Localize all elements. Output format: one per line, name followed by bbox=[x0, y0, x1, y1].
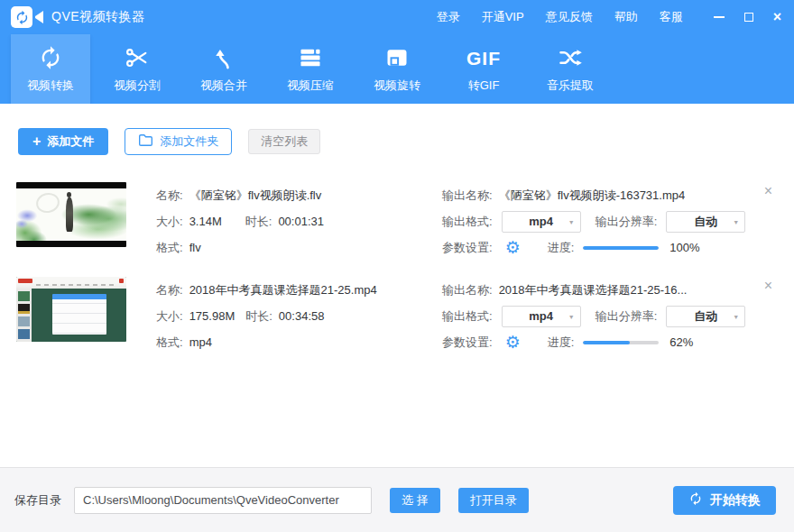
duration-label: 时长: bbox=[245, 214, 272, 230]
scissors-icon bbox=[125, 44, 150, 71]
remove-file-button[interactable]: × bbox=[764, 184, 772, 198]
file-format: flv bbox=[189, 241, 201, 254]
chevron-down-icon: ▼ bbox=[733, 218, 739, 225]
tab-label: 视频转换 bbox=[27, 78, 74, 94]
file-row: 名称: 《陋室铭》flv视频朗读.flv 大小: 3.14M 时长: 00:01… bbox=[0, 182, 794, 268]
save-dir-label: 保存目录 bbox=[14, 492, 61, 509]
progress-bar bbox=[583, 246, 659, 250]
source-info: 名称: 2018年中考真题课选择题21-25.mp4 大小: 175.98M 时… bbox=[156, 277, 411, 355]
progress-percent: 62% bbox=[669, 335, 693, 349]
add-folder-button[interactable]: 添加文件夹 bbox=[125, 128, 232, 155]
progress-fill bbox=[583, 246, 659, 250]
output-info: 输出名称: 2018年中考真题课选择题21-25-16... 输出格式: mp4… bbox=[442, 277, 776, 355]
merge-icon bbox=[211, 44, 236, 71]
gear-icon[interactable]: ⚙ bbox=[505, 334, 521, 351]
folder-icon bbox=[138, 133, 153, 150]
params-label: 参数设置: bbox=[442, 335, 493, 351]
progress-fill bbox=[583, 341, 630, 344]
name-label: 名称: bbox=[156, 282, 183, 298]
out-name-label: 输出名称: bbox=[442, 188, 493, 204]
duration-label: 时长: bbox=[245, 308, 272, 325]
maximize-button[interactable] bbox=[744, 13, 753, 22]
video-thumbnail bbox=[16, 182, 126, 247]
out-format-label: 输出格式: bbox=[442, 308, 493, 325]
progress-bar bbox=[583, 341, 659, 344]
video-camera-icon bbox=[34, 11, 44, 23]
tab-label: 视频旋转 bbox=[374, 78, 420, 94]
open-dir-button[interactable]: 打开目录 bbox=[458, 488, 529, 513]
params-label: 参数设置: bbox=[442, 240, 493, 256]
add-file-button[interactable]: + 添加文件 bbox=[18, 128, 108, 155]
tab-video-merge[interactable]: 视频合并 bbox=[184, 34, 263, 104]
out-resolution-select[interactable]: 自动 ▼ bbox=[666, 306, 745, 327]
out-res-label: 输出分辨率: bbox=[596, 308, 658, 325]
name-label: 名称: bbox=[156, 188, 183, 204]
chevron-down-icon: ▼ bbox=[733, 313, 739, 319]
choose-dir-button[interactable]: 选 择 bbox=[390, 488, 440, 513]
file-list: 名称: 《陋室铭》flv视频朗读.flv 大小: 3.14M 时长: 00:01… bbox=[0, 182, 794, 362]
tab-label: 视频压缩 bbox=[287, 78, 334, 94]
tab-video-convert[interactable]: 视频转换 bbox=[11, 34, 90, 104]
format-label: 格式: bbox=[156, 240, 183, 256]
tab-label: 视频分割 bbox=[114, 78, 161, 94]
plus-icon: + bbox=[32, 134, 41, 149]
compress-icon bbox=[298, 44, 323, 71]
file-format: mp4 bbox=[189, 335, 212, 349]
output-info: 输出名称: 《陋室铭》flv视频朗读-163731.mp4 输出格式: mp4 … bbox=[442, 182, 776, 261]
file-duration: 00:01:31 bbox=[278, 215, 324, 228]
close-button[interactable]: × bbox=[773, 10, 781, 24]
help-link[interactable]: 帮助 bbox=[614, 9, 638, 25]
tab-video-compress[interactable]: 视频压缩 bbox=[271, 34, 350, 104]
out-format-select[interactable]: mp4 ▼ bbox=[502, 306, 581, 327]
save-dir-input[interactable] bbox=[74, 487, 372, 514]
app-logo bbox=[11, 6, 44, 28]
gear-icon[interactable]: ⚙ bbox=[505, 239, 521, 256]
chevron-down-icon: ▼ bbox=[568, 313, 575, 319]
login-link[interactable]: 登录 bbox=[437, 9, 460, 25]
size-label: 大小: bbox=[156, 308, 183, 325]
file-name: 《陋室铭》flv视频朗读.flv bbox=[189, 188, 322, 204]
rotate-icon bbox=[384, 44, 410, 71]
file-row: 名称: 2018年中考真题课选择题21-25.mp4 大小: 175.98M 时… bbox=[0, 277, 794, 362]
file-size: 175.98M bbox=[189, 309, 235, 323]
chevron-down-icon: ▼ bbox=[568, 218, 575, 225]
clear-list-button[interactable]: 清空列表 bbox=[248, 129, 320, 154]
file-list-panel: + 添加文件 添加文件夹 清空列表 bbox=[0, 104, 794, 467]
feedback-link[interactable]: 意见反馈 bbox=[546, 9, 593, 25]
video-thumbnail bbox=[16, 277, 126, 342]
progress-percent: 100% bbox=[669, 241, 699, 254]
source-info: 名称: 《陋室铭》flv视频朗读.flv 大小: 3.14M 时长: 00:01… bbox=[156, 182, 411, 261]
out-format-select[interactable]: mp4 ▼ bbox=[502, 211, 581, 233]
tab-to-gif[interactable]: GIF 转GIF bbox=[444, 34, 523, 104]
format-label: 格式: bbox=[156, 335, 183, 351]
footer-bar: 保存目录 选 择 打开目录 开始转换 bbox=[0, 467, 794, 532]
file-duration: 00:34:58 bbox=[279, 309, 325, 323]
out-format-label: 输出格式: bbox=[442, 214, 493, 230]
maximize-icon bbox=[744, 13, 753, 22]
tab-label: 视频合并 bbox=[200, 78, 247, 94]
titlebar: QVE视频转换器 登录 开通VIP 意见反馈 帮助 客服 × bbox=[0, 0, 794, 34]
out-name: 2018年中考真题课选择题21-25-16... bbox=[499, 282, 688, 298]
out-name-label: 输出名称: bbox=[442, 282, 493, 298]
tab-label: 转GIF bbox=[468, 78, 500, 94]
start-convert-button[interactable]: 开始转换 bbox=[673, 486, 776, 515]
tab-video-rotate[interactable]: 视频旋转 bbox=[357, 34, 437, 104]
shuffle-icon bbox=[558, 44, 583, 71]
thumbnail-art bbox=[16, 188, 126, 241]
sync-icon bbox=[688, 491, 703, 509]
remove-file-button[interactable]: × bbox=[764, 279, 772, 293]
out-resolution-select[interactable]: 自动 ▼ bbox=[666, 211, 745, 233]
toolbar: 视频转换 视频分割 视频合并 bbox=[0, 34, 794, 104]
support-link[interactable]: 客服 bbox=[660, 9, 683, 25]
gif-icon: GIF bbox=[466, 44, 501, 71]
minimize-button[interactable] bbox=[714, 16, 725, 18]
tab-video-split[interactable]: 视频分割 bbox=[97, 34, 177, 104]
app-title: QVE视频转换器 bbox=[51, 9, 145, 25]
tab-audio-extract[interactable]: 音乐提取 bbox=[531, 34, 610, 104]
sync-icon bbox=[38, 44, 63, 71]
vip-link[interactable]: 开通VIP bbox=[482, 9, 524, 25]
sync-logo-icon bbox=[11, 6, 32, 28]
file-name: 2018年中考真题课选择题21-25.mp4 bbox=[189, 282, 377, 298]
app-window: QVE视频转换器 登录 开通VIP 意见反馈 帮助 客服 × 视频转换 bbox=[0, 0, 794, 532]
out-name: 《陋室铭》flv视频朗读-163731.mp4 bbox=[499, 188, 686, 204]
